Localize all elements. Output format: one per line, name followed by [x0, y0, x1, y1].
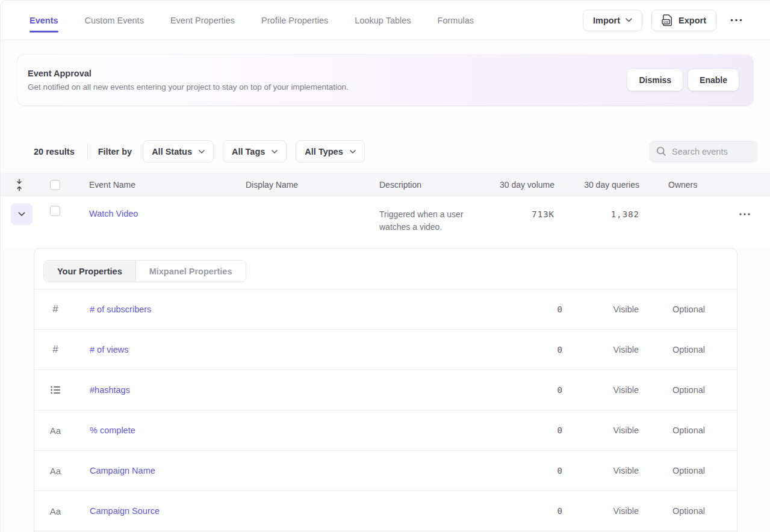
- events-table-header: Event Name Display Name Description 30 d…: [1, 173, 770, 197]
- property-requirement: Optional: [639, 466, 705, 475]
- chevron-down-icon: [626, 18, 632, 22]
- event-name-link[interactable]: Watch Video: [69, 197, 246, 248]
- svg-text:csv: csv: [663, 20, 669, 23]
- enable-button[interactable]: Enable: [688, 69, 739, 91]
- select-all-checkbox[interactable]: [50, 180, 60, 190]
- list-type-icon: [34, 386, 70, 394]
- tab-mixpanel-properties[interactable]: Mixpanel Properties: [136, 261, 246, 282]
- number-type-glyph: #: [52, 344, 58, 356]
- row-actions-button[interactable]: [734, 211, 755, 218]
- status-filter-dropdown[interactable]: All Status: [143, 140, 214, 162]
- search-input[interactable]: [672, 147, 751, 156]
- property-visibility: Visible: [563, 305, 639, 314]
- properties-panel: Your Properties Mixpanel Properties # # …: [34, 248, 737, 532]
- property-row: # # of subscribers 0 Visible Optional: [34, 289, 737, 330]
- property-visibility: Visible: [563, 345, 639, 354]
- filter-by-label: Filter by: [98, 147, 132, 156]
- property-name-link[interactable]: Campaign Source: [70, 506, 497, 516]
- property-name-link[interactable]: # of views: [70, 345, 497, 354]
- properties-tab-switcher: Your Properties Mixpanel Properties: [43, 260, 246, 282]
- text-type-glyph: Aa: [50, 425, 61, 436]
- event-display-name: [246, 197, 379, 248]
- column-header-event-name[interactable]: Event Name: [69, 180, 246, 190]
- tab-your-properties[interactable]: Your Properties: [44, 261, 136, 282]
- property-visibility: Visible: [563, 425, 639, 435]
- property-visibility: Visible: [563, 385, 639, 395]
- property-requirement: Optional: [639, 506, 705, 516]
- number-type-icon: #: [34, 344, 70, 356]
- property-row: # # of views 0 Visible Optional: [34, 330, 737, 370]
- tab-lookup-tables[interactable]: Lookup Tables: [355, 1, 411, 40]
- tab-events-label: Events: [29, 16, 58, 25]
- tab-custom-events[interactable]: Custom Events: [85, 1, 144, 40]
- column-header-volume[interactable]: 30 day volume: [494, 180, 554, 190]
- dismiss-button[interactable]: Dismiss: [627, 69, 683, 91]
- more-options-button[interactable]: [725, 16, 747, 24]
- search-icon: [656, 146, 666, 156]
- banner-title: Event Approval: [28, 69, 349, 78]
- filter-bar: 20 results Filter by All Status All Tags…: [34, 140, 758, 162]
- properties-tabs: Your Properties Mixpanel Properties: [34, 249, 737, 289]
- property-count: 0: [497, 506, 563, 516]
- event-owners: [639, 197, 711, 248]
- export-button-label: Export: [678, 16, 706, 25]
- ellipsis-icon: [730, 19, 742, 22]
- property-name-link[interactable]: # of subscribers: [70, 305, 497, 314]
- property-count: 0: [497, 305, 563, 314]
- nav-tabs: Events Custom Events Event Properties Pr…: [29, 1, 474, 40]
- nav-actions: Import csv Export: [583, 10, 747, 31]
- property-row: #hashtags 0 Visible Optional: [34, 370, 737, 410]
- property-name-link[interactable]: % complete: [70, 425, 497, 435]
- property-count: 0: [497, 345, 563, 354]
- banner-text: Event Approval Get notified on all new e…: [28, 69, 349, 91]
- column-header-display-name[interactable]: Display Name: [246, 180, 379, 190]
- tab-custom-events-label: Custom Events: [85, 16, 144, 25]
- text-type-icon: Aa: [34, 425, 70, 436]
- property-row: Aa Campaign Source 0 Visible Optional: [34, 491, 737, 531]
- collapse-all-button[interactable]: [1, 179, 38, 191]
- divider: [87, 143, 88, 160]
- property-requirement: Optional: [639, 345, 705, 354]
- tab-profile-properties-label: Profile Properties: [261, 16, 328, 25]
- ellipsis-icon: [739, 213, 750, 215]
- export-button[interactable]: csv Export: [651, 10, 716, 31]
- text-type-glyph: Aa: [50, 506, 61, 516]
- tab-lookup-tables-label: Lookup Tables: [355, 16, 411, 25]
- row-checkbox[interactable]: [50, 206, 60, 216]
- status-filter-value: All Status: [152, 147, 192, 156]
- column-header-owners[interactable]: Owners: [639, 180, 711, 190]
- property-row: Aa Campaign Name 0 Visible Optional: [34, 451, 737, 491]
- chevron-down-icon: [18, 212, 25, 217]
- property-count: 0: [497, 425, 563, 435]
- chevron-down-icon: [272, 150, 278, 153]
- collapse-row-button[interactable]: [11, 203, 33, 225]
- property-requirement: Optional: [639, 425, 705, 435]
- column-header-queries[interactable]: 30 day queries: [554, 180, 639, 190]
- tab-event-properties-label: Event Properties: [170, 16, 235, 25]
- tab-profile-properties[interactable]: Profile Properties: [261, 1, 328, 40]
- property-requirement: Optional: [639, 385, 705, 395]
- event-volume: 713K: [494, 197, 554, 248]
- property-name-link[interactable]: Campaign Name: [70, 466, 497, 475]
- search-box[interactable]: [649, 141, 758, 162]
- event-row: Watch Video Triggered when a user watche…: [1, 197, 770, 248]
- property-count: 0: [497, 385, 563, 395]
- banner-actions: Dismiss Enable: [627, 69, 739, 91]
- event-description: Triggered when a user watches a video.: [379, 197, 483, 248]
- collapse-all-icon: [16, 179, 23, 191]
- property-visibility: Visible: [563, 506, 639, 516]
- property-visibility: Visible: [563, 466, 639, 475]
- tab-event-properties[interactable]: Event Properties: [170, 1, 235, 40]
- types-filter-dropdown[interactable]: All Types: [296, 140, 364, 162]
- banner-description: Get notified on all new events entering …: [28, 82, 349, 91]
- property-name-link[interactable]: #hashtags: [70, 385, 497, 395]
- tab-formulas[interactable]: Formulas: [438, 1, 474, 40]
- number-type-glyph: #: [52, 303, 58, 315]
- property-count: 0: [497, 466, 563, 475]
- property-row: Aa % complete 0 Visible Optional: [34, 410, 737, 451]
- import-button[interactable]: Import: [583, 10, 642, 31]
- tags-filter-dropdown[interactable]: All Tags: [223, 140, 287, 162]
- column-header-description[interactable]: Description: [379, 180, 494, 190]
- tags-filter-value: All Tags: [232, 147, 265, 156]
- tab-events[interactable]: Events: [29, 1, 58, 40]
